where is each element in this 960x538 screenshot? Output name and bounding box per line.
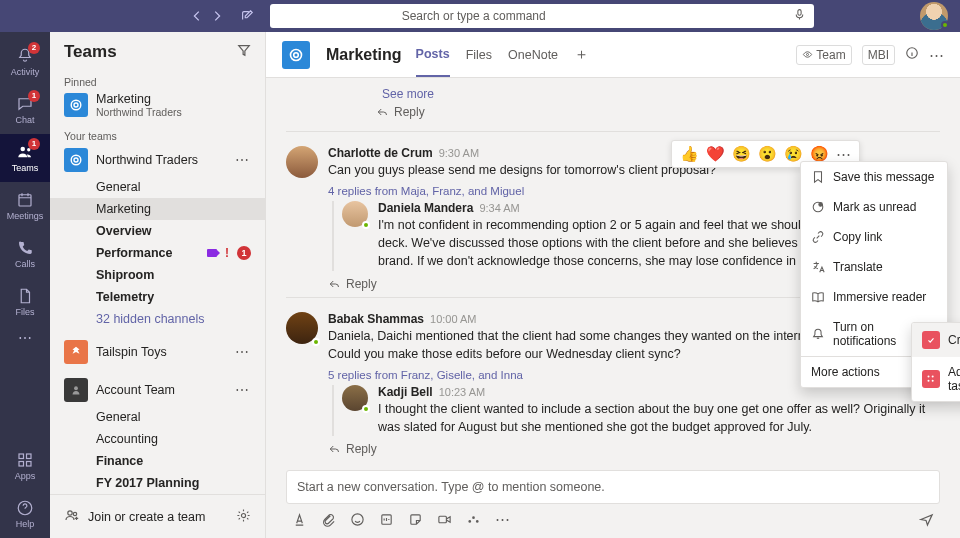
svg-point-24 bbox=[468, 520, 471, 523]
rail-apps[interactable]: Apps bbox=[0, 442, 50, 490]
stream-icon[interactable] bbox=[466, 512, 481, 527]
svg-rect-3 bbox=[19, 195, 31, 206]
compose-input[interactable]: Start a new conversation. Type @ to ment… bbox=[286, 470, 940, 504]
send-icon[interactable] bbox=[919, 512, 934, 527]
menu-save-message[interactable]: Save this message bbox=[801, 162, 947, 192]
emoji-icon[interactable] bbox=[350, 512, 365, 527]
reaction-surprised[interactable]: 😮 bbox=[758, 145, 777, 163]
avatar[interactable] bbox=[342, 201, 368, 227]
avatar[interactable] bbox=[286, 312, 318, 344]
history-nav bbox=[188, 7, 256, 25]
rail-meetings[interactable]: Meetings bbox=[0, 182, 50, 230]
mic-icon[interactable] bbox=[793, 8, 806, 24]
menu-translate[interactable]: Translate bbox=[801, 252, 947, 282]
join-team-button[interactable]: Join or create a team bbox=[50, 494, 265, 538]
rail-more-icon[interactable]: ⋯ bbox=[18, 330, 32, 350]
more-actions-submenu: Create a task Add message to task bbox=[911, 322, 960, 402]
channel-overview[interactable]: Overview bbox=[50, 220, 265, 242]
team-visibility-button[interactable]: Team bbox=[796, 45, 851, 65]
svg-point-12 bbox=[74, 158, 78, 162]
giphy-icon[interactable] bbox=[379, 512, 394, 527]
teams-pane-title: Teams bbox=[64, 42, 117, 62]
app-rail: Activity2 Chat1 Teams1 Meetings Calls Fi… bbox=[0, 32, 50, 538]
see-more-link[interactable]: See more bbox=[382, 87, 434, 101]
app-title-bar: Search or type a command bbox=[0, 0, 960, 32]
svg-point-14 bbox=[68, 511, 72, 515]
compose-area: Start a new conversation. Type @ to ment… bbox=[266, 460, 960, 538]
menu-immersive-reader[interactable]: Immersive reader bbox=[801, 282, 947, 312]
channel-general[interactable]: General bbox=[50, 406, 265, 428]
team-icon bbox=[64, 378, 88, 402]
reaction-like[interactable]: 👍 bbox=[680, 145, 699, 163]
svg-point-17 bbox=[291, 49, 302, 60]
teams-pane: Teams Pinned MarketingNorthwind Traders … bbox=[50, 32, 266, 538]
team-more-icon[interactable]: ⋯ bbox=[233, 344, 251, 360]
channel-marketing[interactable]: Marketing bbox=[50, 198, 265, 220]
channel-title: Marketing bbox=[326, 46, 402, 64]
team-more-icon[interactable]: ⋯ bbox=[233, 382, 251, 398]
rail-calls[interactable]: Calls bbox=[0, 230, 50, 278]
join-team-icon bbox=[64, 507, 80, 526]
rail-help[interactable]: Help bbox=[0, 490, 50, 538]
back-icon[interactable] bbox=[188, 7, 206, 25]
submenu-create-task[interactable]: Create a task bbox=[912, 323, 960, 357]
search-placeholder: Search or type a command bbox=[402, 9, 546, 23]
channel-general[interactable]: General bbox=[50, 176, 265, 198]
new-chat-icon[interactable] bbox=[238, 7, 256, 25]
reply-button[interactable]: Reply bbox=[328, 442, 940, 456]
channel-finance[interactable]: Finance bbox=[50, 450, 265, 472]
team-northwind[interactable]: Northwind Traders ⋯ bbox=[50, 144, 265, 176]
sticker-icon[interactable] bbox=[408, 512, 423, 527]
reply-button[interactable]: Reply bbox=[376, 105, 940, 119]
svg-point-26 bbox=[476, 520, 479, 523]
channel-fy2017[interactable]: FY 2017 Planning bbox=[50, 472, 265, 494]
rail-teams[interactable]: Teams1 bbox=[0, 134, 50, 182]
rail-files[interactable]: Files bbox=[0, 278, 50, 326]
gear-icon[interactable] bbox=[236, 508, 251, 526]
channel-shiproom[interactable]: Shiproom bbox=[50, 264, 265, 286]
svg-rect-7 bbox=[27, 462, 32, 467]
svg-rect-6 bbox=[19, 462, 24, 467]
team-account[interactable]: Account Team ⋯ bbox=[50, 374, 265, 406]
svg-point-21 bbox=[352, 513, 363, 524]
search-input[interactable]: Search or type a command bbox=[270, 4, 814, 28]
svg-point-9 bbox=[71, 100, 81, 110]
forward-icon[interactable] bbox=[208, 7, 226, 25]
info-icon[interactable] bbox=[905, 46, 919, 63]
hidden-channels-link[interactable]: 32 hidden channels bbox=[50, 308, 265, 330]
user-avatar[interactable] bbox=[920, 2, 952, 30]
tab-onenote[interactable]: OneNote bbox=[508, 34, 558, 76]
team-more-icon[interactable]: ⋯ bbox=[233, 152, 251, 168]
channel-telemetry[interactable]: Telemetry bbox=[50, 286, 265, 308]
svg-point-25 bbox=[472, 516, 475, 519]
svg-point-18 bbox=[294, 52, 299, 57]
format-icon[interactable] bbox=[292, 512, 307, 527]
channel-accounting[interactable]: Accounting bbox=[50, 428, 265, 450]
thread-reply: Kadji Bell10:23 AM I thought the client … bbox=[332, 385, 940, 436]
attach-icon[interactable] bbox=[321, 512, 336, 527]
avatar[interactable] bbox=[342, 385, 368, 411]
more-compose-icon[interactable]: ⋯ bbox=[495, 510, 510, 528]
rail-activity[interactable]: Activity2 bbox=[0, 38, 50, 86]
avatar[interactable] bbox=[286, 146, 318, 178]
rail-chat[interactable]: Chat1 bbox=[0, 86, 50, 134]
team-tailspin[interactable]: Tailspin Toys ⋯ bbox=[50, 336, 265, 368]
reaction-sad[interactable]: 😢 bbox=[784, 145, 803, 163]
tab-files[interactable]: Files bbox=[466, 34, 492, 76]
svg-point-13 bbox=[74, 387, 78, 391]
meet-now-icon[interactable] bbox=[437, 512, 452, 527]
menu-mark-unread[interactable]: Mark as unread bbox=[801, 192, 947, 222]
filter-icon[interactable] bbox=[237, 42, 251, 62]
channel-performance[interactable]: Performance !1 bbox=[50, 242, 265, 264]
menu-copy-link[interactable]: Copy link bbox=[801, 222, 947, 252]
unread-badge: 1 bbox=[237, 246, 251, 260]
org-badge[interactable]: MBI bbox=[862, 45, 895, 65]
reaction-heart[interactable]: ❤️ bbox=[706, 145, 725, 163]
pinned-team[interactable]: MarketingNorthwind Traders bbox=[50, 90, 265, 124]
channel-more-icon[interactable]: ⋯ bbox=[929, 46, 944, 64]
add-tab-icon[interactable]: ＋ bbox=[574, 45, 589, 64]
reaction-laugh[interactable]: 😆 bbox=[732, 145, 751, 163]
post-author: Charlotte de Crum bbox=[328, 146, 433, 160]
submenu-add-to-task[interactable]: Add message to task bbox=[912, 357, 960, 401]
tab-posts[interactable]: Posts bbox=[416, 33, 450, 77]
